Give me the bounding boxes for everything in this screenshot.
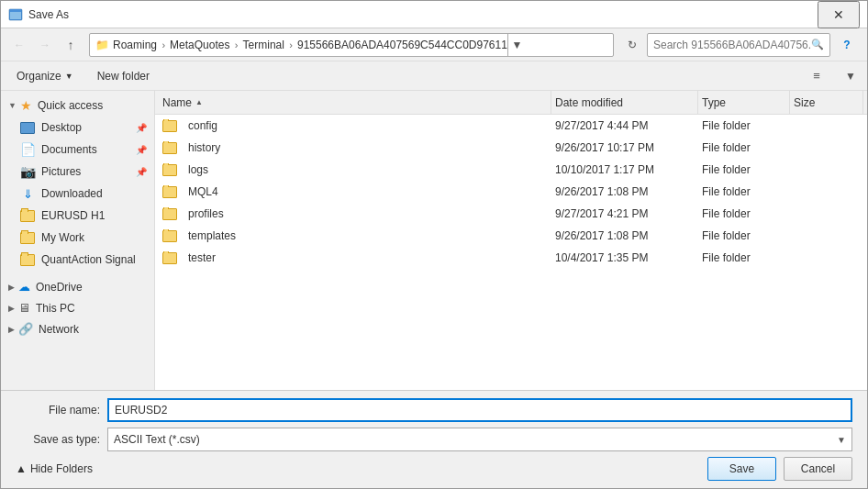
pictures-icon: 📷 [19,163,36,180]
mywork-folder-icon [19,229,36,246]
view-dropdown-button[interactable]: ▼ [841,65,860,87]
search-icon: 🔍 [811,39,824,50]
network-label: Network [39,323,79,336]
column-name-header[interactable]: Name ▲ [159,91,551,114]
breadcrumb-part: Roaming [113,39,157,51]
cancel-button[interactable]: Cancel [784,457,852,481]
quantaction-folder-icon [19,251,36,268]
column-type-label: Type [702,96,726,109]
table-row[interactable]: templates 9/26/2017 1:08 PM File folder [155,225,867,247]
column-size-header[interactable]: Size [790,91,863,114]
file-name-text: history [188,141,220,154]
sidebar-item-documents[interactable]: 📄 Documents 📌 [1,139,154,161]
sidebar-documents-label: Documents [41,143,134,156]
help-button[interactable]: ? [834,34,860,56]
up-button[interactable]: ↑ [60,34,82,56]
eurusd-folder-icon [19,207,36,224]
table-row[interactable]: config 9/27/2017 4:44 PM File folder [155,115,867,137]
file-date-cell: 9/26/2017 1:08 PM [551,185,698,198]
organize-label: Organize [17,70,61,83]
refresh-button[interactable]: ↻ [621,33,643,57]
main-pane: Name ▲ Date modified Type Size c [155,91,867,390]
button-row: ▲ Hide Folders Save Cancel [16,457,852,481]
sidebar-documents-pin-icon: 📌 [136,145,147,155]
up-icon: ↑ [68,38,74,52]
address-dropdown-button[interactable]: ▼ [507,33,526,57]
file-date-cell: 10/10/2017 1:17 PM [551,163,698,176]
sidebar-item-mywork[interactable]: My Work [1,227,154,249]
column-type-header[interactable]: Type [698,91,790,114]
window-icon [8,7,23,22]
view-dropdown-icon: ▼ [845,70,856,83]
file-name-input[interactable] [107,398,852,422]
view-icon: ≡ [813,69,820,83]
search-box[interactable]: 🔍 [647,33,830,57]
quick-access-section[interactable]: ▼ ★ Quick access [1,94,154,117]
search-input[interactable] [653,39,811,51]
column-name-label: Name [162,96,192,109]
save-button[interactable]: Save [707,457,776,481]
onedrive-section[interactable]: ▶ ☁ OneDrive [1,276,154,297]
save-as-dialog: Save As ✕ ← → ↑ 📁 Roaming › MetaQuotes ›… [0,0,868,489]
file-name-text: templates [188,229,236,242]
cancel-label: Cancel [801,462,835,475]
folder-icon [162,230,177,242]
file-date-cell: 9/27/2017 4:44 PM [551,119,698,132]
file-date-cell: 9/26/2017 10:17 PM [551,141,698,154]
new-folder-button[interactable]: New folder [89,65,158,87]
onedrive-icon: ☁ [18,280,30,294]
save-as-type-value: ASCII Text (*.csv) [114,433,200,446]
sidebar-item-eurusd[interactable]: EURUSD H1 [1,205,154,227]
save-as-type-dropdown-icon: ▼ [837,435,846,445]
folder-icon [162,120,177,132]
sidebar-pictures-pin-icon: 📌 [136,167,147,177]
thispc-label: This PC [36,302,75,315]
file-date-cell: 10/4/2017 1:35 PM [551,251,698,264]
sidebar-desktop-pin-icon: 📌 [136,123,147,133]
column-date-header[interactable]: Date modified [551,91,698,114]
file-name-cell: profiles [159,207,551,220]
save-as-type-select[interactable]: ASCII Text (*.csv) ▼ [107,428,852,451]
forward-button[interactable]: → [34,34,56,56]
address-bar[interactable]: 📁 Roaming › MetaQuotes › Terminal › 9155… [89,33,614,57]
file-name-cell: config [159,119,551,132]
title-bar: Save As ✕ [1,1,867,28]
view-options-button[interactable]: ≡ [803,65,830,87]
sidebar-downloaded-label: Downloaded [41,187,147,200]
organize-arrow-icon: ▼ [65,72,73,81]
back-button[interactable]: ← [8,34,30,56]
sidebar-item-desktop[interactable]: Desktop 📌 [1,117,154,139]
sidebar-item-downloaded[interactable]: ⇓ Downloaded [1,183,154,205]
sidebar-item-pictures[interactable]: 📷 Pictures 📌 [1,161,154,183]
file-type-cell: File folder [698,141,790,154]
sidebar: ▼ ★ Quick access Desktop 📌 📄 Documents 📌 [1,91,155,390]
file-type-cell: File folder [698,229,790,242]
table-row[interactable]: profiles 9/27/2017 4:21 PM File folder [155,203,867,225]
save-as-type-label: Save as type: [16,433,107,446]
onedrive-label: OneDrive [36,281,83,294]
table-row[interactable]: tester 10/4/2017 1:35 PM File folder [155,247,867,269]
file-name-text: logs [188,163,208,176]
save-as-type-row: Save as type: ASCII Text (*.csv) ▼ [16,428,852,451]
file-name-text: config [188,119,217,132]
hide-folders-button[interactable]: ▲ Hide Folders [16,462,700,475]
table-row[interactable]: history 9/26/2017 10:17 PM File folder [155,137,867,159]
svg-rect-1 [10,12,21,19]
file-date-cell: 9/26/2017 1:08 PM [551,229,698,242]
bottom-bar: File name: Save as type: ASCII Text (*.c… [1,390,867,488]
network-expand-icon: ▶ [8,325,15,334]
folder-icon [162,186,177,198]
action-bar: Organize ▼ New folder ≡ ▼ [1,61,867,91]
table-row[interactable]: MQL4 9/26/2017 1:08 PM File folder [155,181,867,203]
table-row[interactable]: logs 10/10/2017 1:17 PM File folder [155,159,867,181]
file-type-cell: File folder [698,251,790,264]
thispc-section[interactable]: ▶ 🖥 This PC [1,297,154,318]
sidebar-item-quantaction[interactable]: QuantAction Signal [1,249,154,271]
organize-button[interactable]: Organize ▼ [8,65,82,87]
column-size-label: Size [794,96,815,109]
folder-icon [162,252,177,264]
file-name-text: profiles [188,207,224,220]
file-name-cell: history [159,141,551,154]
close-button[interactable]: ✕ [818,1,860,28]
network-section[interactable]: ▶ 🔗 Network [1,318,154,339]
